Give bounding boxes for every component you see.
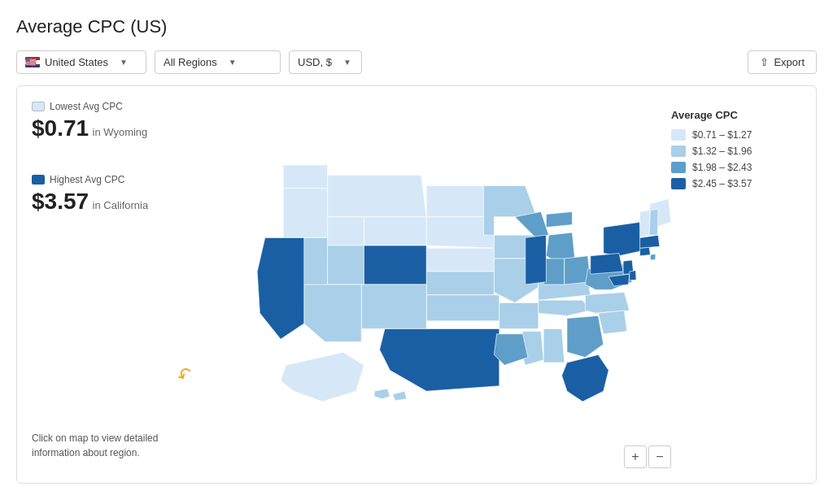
flag-icon: 🇺🇸 — [25, 57, 40, 67]
legend-title: Average CPC — [671, 109, 801, 121]
legend-range-1: $0.71 – $1.27 — [692, 129, 752, 141]
state-colorado[interactable] — [364, 245, 426, 285]
state-tennessee[interactable] — [539, 300, 591, 315]
state-new-york[interactable] — [604, 222, 643, 256]
legend-item-2: $1.32 – $1.96 — [671, 146, 801, 157]
state-hawaii2[interactable] — [393, 391, 407, 401]
state-michigan-upper[interactable] — [546, 211, 572, 227]
legend-item-1: $0.71 – $1.27 — [671, 129, 801, 141]
zoom-in-button[interactable]: + — [624, 445, 647, 468]
zoom-controls: + − — [624, 445, 671, 468]
state-new-hampshire[interactable] — [649, 209, 658, 235]
highest-value: $3.57 — [32, 189, 89, 214]
state-rhode-island[interactable] — [650, 254, 655, 260]
region-selector[interactable]: All Regions ▼ — [155, 50, 281, 74]
chevron-down-icon: ▼ — [120, 58, 128, 67]
right-legend: Average CPC $0.71 – $1.27 $1.32 – $1.96 … — [671, 101, 801, 468]
zoom-out-button[interactable]: − — [648, 445, 671, 468]
map-area[interactable]: + − — [203, 101, 671, 468]
state-california[interactable] — [257, 237, 304, 339]
state-north-carolina[interactable] — [585, 293, 629, 314]
highest-cpc-block: Highest Avg CPC $3.57 in California — [32, 174, 203, 215]
chart-card: Lowest Avg CPC $0.71 in Wyoming Highest … — [16, 85, 817, 484]
lowest-label: Lowest Avg CPC — [50, 101, 123, 112]
state-arkansas[interactable] — [499, 302, 539, 328]
state-vermont[interactable] — [640, 210, 651, 237]
state-wyoming[interactable] — [364, 217, 426, 245]
state-indiana[interactable] — [543, 259, 565, 285]
state-illinois[interactable] — [526, 235, 547, 285]
lowest-location: in Wyoming — [93, 126, 148, 138]
country-selector[interactable]: 🇺🇸 United States ▼ — [16, 50, 146, 74]
legend-range-3: $1.98 – $2.43 — [692, 162, 752, 173]
state-hawaii[interactable] — [374, 389, 390, 399]
legend-item-4: $2.45 – $3.57 — [671, 178, 801, 189]
state-montana[interactable] — [328, 176, 427, 217]
legend-color-3 — [671, 162, 686, 173]
state-delaware[interactable] — [630, 271, 636, 280]
lowest-value: $0.71 — [32, 115, 89, 141]
export-icon: ⇧ — [760, 56, 769, 68]
state-georgia[interactable] — [567, 315, 604, 357]
page-title: Average CPC (US) — [16, 16, 817, 37]
state-nebraska[interactable] — [426, 248, 494, 272]
lowest-swatch — [32, 102, 45, 111]
left-panel: Lowest Avg CPC $0.71 in Wyoming Highest … — [32, 101, 203, 468]
legend-range-4: $2.45 – $3.57 — [692, 178, 752, 189]
state-utah[interactable] — [328, 245, 364, 285]
export-button[interactable]: ⇧ Export — [748, 50, 817, 74]
highest-location: in California — [93, 199, 149, 211]
chevron-down-icon: ▼ — [229, 58, 237, 67]
state-washington[interactable] — [283, 165, 327, 189]
currency-label: USD, $ — [298, 56, 332, 68]
lowest-cpc-block: Lowest Avg CPC $0.71 in Wyoming — [32, 101, 203, 141]
highest-swatch — [32, 175, 45, 185]
legend-range-2: $1.32 – $1.96 — [692, 146, 752, 157]
highest-label: Highest Avg CPC — [50, 174, 125, 185]
us-map[interactable] — [203, 101, 671, 442]
legend-color-4 — [671, 178, 686, 189]
state-oklahoma[interactable] — [426, 295, 499, 321]
chevron-down-icon: ▼ — [343, 58, 351, 67]
legend-item-3: $1.98 – $2.43 — [671, 162, 801, 173]
state-pennsylvania[interactable] — [591, 254, 623, 275]
state-alaska[interactable] — [281, 352, 364, 402]
controls-row: 🇺🇸 United States ▼ All Regions ▼ USD, $ … — [16, 50, 817, 74]
state-oregon[interactable] — [283, 189, 327, 238]
legend-color-2 — [671, 146, 686, 157]
state-florida[interactable] — [562, 354, 609, 402]
currency-selector[interactable]: USD, $ ▼ — [289, 50, 362, 74]
country-label: United States — [45, 56, 108, 68]
state-south-carolina[interactable] — [598, 311, 626, 334]
click-hint: ↷ Click on map to view detailed informat… — [32, 401, 203, 468]
state-kansas[interactable] — [426, 272, 494, 295]
legend-color-1 — [671, 129, 686, 141]
region-label: All Regions — [164, 56, 217, 68]
state-alabama[interactable] — [543, 328, 565, 363]
state-texas[interactable] — [380, 328, 499, 391]
state-connecticut[interactable] — [640, 247, 651, 256]
state-new-mexico[interactable] — [361, 285, 426, 328]
state-arizona[interactable] — [304, 285, 361, 341]
